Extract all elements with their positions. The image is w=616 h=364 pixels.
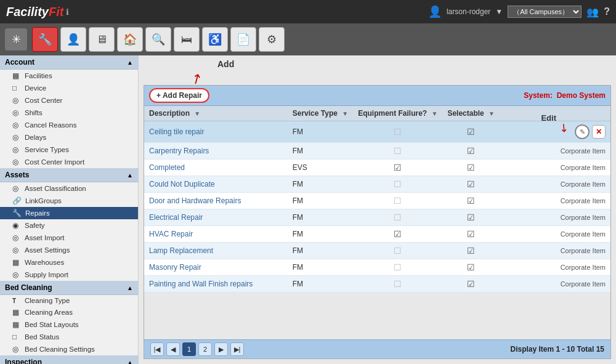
row-selectable[interactable]: ☑ (442, 226, 500, 243)
sidebar-item-bed-cleaning-settings[interactable]: ◎Bed Cleaning Settings (0, 343, 138, 355)
username[interactable]: larson-rodger (447, 7, 490, 16)
page-2-btn[interactable]: 2 (198, 342, 212, 356)
sidebar-item-supply-import[interactable]: ◎Supply Import (0, 269, 138, 281)
table-body: Ceiling tile repair FM ☐ ☑ Edit ↘ ✎ ✕ Ca… (144, 121, 610, 293)
search-btn[interactable]: 🔍 (145, 27, 171, 52)
sidebar-item-delays[interactable]: ◎Delays (0, 131, 138, 144)
selectable-filter-icon[interactable]: ▼ (488, 110, 495, 117)
person-btn[interactable]: 👤 (60, 27, 86, 52)
row-equipment-failure[interactable]: ☑ (353, 160, 442, 176)
sidebar-item-device[interactable]: □Device (0, 82, 138, 94)
table-row: Could Not Duplicate FM ☐ ☑ Corporate Ite… (144, 176, 610, 193)
equip-fail-filter-icon[interactable]: ▼ (431, 110, 437, 117)
row-selectable[interactable]: ☑ (442, 143, 500, 160)
sidebar-section-bed-cleaning[interactable]: Bed Cleaning ▲ (0, 281, 138, 295)
row-actions: Corporate Item (500, 259, 610, 276)
sidebar-item-safety[interactable]: ◉Safety (0, 219, 138, 232)
table-row: Completed EVS ☑ ☑ Corporate Item (144, 160, 610, 176)
system-key: System: (524, 91, 553, 100)
page-prev-btn[interactable]: ◀ (166, 342, 180, 356)
row-selectable[interactable]: ☑ (442, 176, 500, 193)
top-bar: FacilityFit ℹ 👤 larson-rodger ▼ （All Cam… (0, 0, 616, 23)
help-icon[interactable]: ? (604, 6, 610, 17)
row-selectable[interactable]: ☑ (442, 276, 500, 293)
table-row: Ceiling tile repair FM ☐ ☑ Edit ↘ ✎ ✕ (144, 121, 610, 143)
add-annotation-label: Add (217, 59, 234, 69)
account-collapse-arrow: ▲ (127, 59, 133, 66)
sidebar-item-service-types[interactable]: ◎Service Types (0, 144, 138, 156)
row-selectable[interactable]: ☑ (442, 209, 500, 226)
sidebar-item-bed-stat-layouts[interactable]: ▦Bed Stat Layouts (0, 318, 138, 331)
sidebar-section-assets[interactable]: Assets ▲ (0, 168, 138, 182)
row-selectable[interactable]: ☑ (442, 243, 500, 259)
sidebar-section-account[interactable]: Account ▲ (0, 55, 138, 70)
settings-cog-btn[interactable]: ⚙ (259, 27, 285, 52)
home-btn[interactable]: 🏠 (117, 27, 143, 52)
sidebar-section-bed-cleaning-label: Bed Cleaning (5, 283, 52, 292)
row-selectable[interactable]: ☑ (442, 121, 500, 143)
service-type-filter-icon[interactable]: ▼ (342, 110, 348, 117)
accessibility-btn[interactable]: ♿ (202, 27, 228, 52)
row-actions: Corporate Item (500, 243, 610, 259)
row-service-type: FM (288, 209, 353, 226)
sidebar-item-warehouses[interactable]: ▦Warehouses (0, 256, 138, 269)
content-area: Add ↙ + Add Repair System: Demo System D… (139, 55, 616, 364)
row-actions: Corporate Item (500, 160, 610, 176)
page-next-btn[interactable]: ▶ (214, 342, 228, 356)
add-annotation-container: Add ↙ (144, 60, 611, 85)
sidebar-item-linkgroups[interactable]: 🔗LinkGroups (0, 195, 138, 207)
sidebar-item-asset-settings[interactable]: ◎Asset Settings (0, 244, 138, 256)
group-icon[interactable]: 👥 (586, 6, 599, 18)
page-controls: |◀ ◀ 1 2 ▶ ▶| (150, 342, 244, 356)
row-actions: Edit ↘ ✎ ✕ (500, 121, 610, 143)
campus-select[interactable]: （All Campuses） (508, 6, 582, 18)
sidebar-item-asset-classification[interactable]: ◎Asset Classification (0, 182, 138, 195)
monitor-btn[interactable]: 🖥 (89, 27, 115, 52)
sidebar-item-bed-status[interactable]: □Bed Status (0, 331, 138, 343)
repairs-icon: 🔧 (12, 209, 22, 217)
sidebar-item-cost-center[interactable]: ◎Cost Center (0, 94, 138, 107)
sidebar-item-shifts[interactable]: ◎Shifts (0, 107, 138, 119)
row-equipment-failure[interactable]: ☐ (353, 209, 442, 226)
corporate-item-label: Corporate Item (505, 196, 606, 205)
bed-btn[interactable]: 🛏 (174, 27, 200, 52)
row-selectable[interactable]: ☑ (442, 160, 500, 176)
row-equipment-failure[interactable]: ☐ (353, 259, 442, 276)
cost-center-import-icon: ◎ (12, 158, 21, 166)
row-equipment-failure[interactable]: ☐ (353, 193, 442, 209)
sidebar-section-inspection[interactable]: Inspection ▲ (0, 355, 138, 364)
page-last-btn[interactable]: ▶| (230, 342, 244, 356)
add-repair-button[interactable]: + Add Repair (149, 88, 209, 103)
asset-settings-icon: ◎ (12, 246, 21, 254)
display-info: Display Item 1 - 10 Total 15 (510, 345, 604, 354)
row-equipment-failure[interactable]: ☑ (353, 226, 442, 243)
row-equipment-failure[interactable]: ☐ (353, 243, 442, 259)
info-icon[interactable]: ℹ (66, 7, 69, 17)
sidebar-item-cleaning-type[interactable]: TCleaning Type (0, 295, 138, 306)
sidebar-item-cancel-reasons[interactable]: ◎Cancel Reasons (0, 119, 138, 131)
sidebar-item-cleaning-areas[interactable]: ▦Cleaning Areas (0, 306, 138, 318)
row-description: Carpentry Repairs (144, 143, 288, 160)
wrench-btn[interactable]: 🔧 (32, 27, 58, 52)
description-filter-icon[interactable]: ▼ (194, 110, 200, 117)
col-service-type: Service Type ▼ (288, 106, 353, 121)
delete-button[interactable]: ✕ (592, 125, 606, 139)
table-row: Electrical Repair FM ☐ ☑ Corporate Item (144, 209, 610, 226)
row-selectable[interactable]: ☑ (442, 193, 500, 209)
edit-button[interactable]: ✎ (575, 124, 590, 139)
sidebar-item-asset-import[interactable]: ◎Asset Import (0, 232, 138, 244)
row-selectable[interactable]: ☑ (442, 259, 500, 276)
row-equipment-failure[interactable]: ☐ (353, 121, 442, 143)
row-equipment-failure[interactable]: ☐ (353, 143, 442, 160)
special-nav-btn[interactable]: ✳ (5, 28, 27, 51)
document-btn[interactable]: 📄 (230, 27, 256, 52)
page-1-btn[interactable]: 1 (182, 342, 196, 356)
row-equipment-failure[interactable]: ☐ (353, 276, 442, 293)
row-equipment-failure[interactable]: ☐ (353, 176, 442, 193)
sidebar-item-facilities[interactable]: ▦Facilities (0, 70, 138, 82)
sidebar-item-cost-center-import[interactable]: ◎Cost Center Import (0, 156, 138, 168)
table-container: + Add Repair System: Demo System Descrip… (144, 85, 611, 359)
sidebar-item-repairs[interactable]: 🔧Repairs (0, 207, 138, 219)
page-first-btn[interactable]: |◀ (150, 342, 164, 356)
row-description: Could Not Duplicate (144, 176, 288, 193)
